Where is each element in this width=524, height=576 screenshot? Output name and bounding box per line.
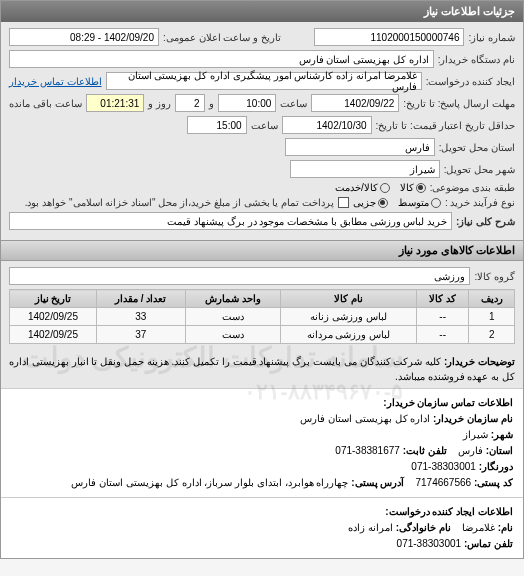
cell-code: -- bbox=[416, 308, 469, 326]
creator-phone-label: تلفن تماس: bbox=[464, 538, 513, 549]
postal-label: کد پستی: bbox=[474, 477, 513, 488]
fax-label: دورنگار: bbox=[479, 461, 513, 472]
cell-unit: دست bbox=[185, 326, 280, 344]
reply-date-field: 1402/09/22 bbox=[311, 94, 399, 112]
col-unit: واحد شمارش bbox=[185, 290, 280, 308]
col-qty: تعداد / مقدار bbox=[96, 290, 185, 308]
radio-dot-icon bbox=[378, 198, 388, 208]
col-code: کد کالا bbox=[416, 290, 469, 308]
announce-field: 1402/09/20 - 08:29 bbox=[9, 28, 159, 46]
radio-partial-label: جزیی bbox=[353, 197, 376, 208]
radio-medium-label: متوسط bbox=[398, 197, 429, 208]
cell-row: 2 bbox=[469, 326, 515, 344]
cell-date: 1402/09/25 bbox=[10, 326, 97, 344]
buyer-notes: توضیحات خریدار: کلیه شرکت کنندگان می بای… bbox=[1, 350, 523, 388]
treasury-note: پرداخت تمام یا بخشی از مبلغ خرید،از محل … bbox=[25, 197, 334, 208]
buyer-notes-label: توضیحات خریدار: bbox=[444, 356, 515, 367]
goods-group-label: گروه کالا: bbox=[474, 271, 515, 282]
price-time-field: 15:00 bbox=[187, 116, 247, 134]
days-field: 2 bbox=[175, 94, 205, 112]
summary-field: خرید لباس ورزشی مطابق با مشخصات موجود در… bbox=[9, 212, 452, 230]
summary-label: شرح کلی نیاز: bbox=[456, 216, 515, 227]
cell-name: لباس ورزشی مردانه bbox=[280, 326, 416, 344]
goods-table: ردیف کد کالا نام کالا واحد شمارش تعداد /… bbox=[9, 289, 515, 344]
phone-label: تلفن ثابت: bbox=[403, 445, 447, 456]
goods-group-field: ورزشی bbox=[9, 267, 470, 285]
col-row: ردیف bbox=[469, 290, 515, 308]
address-label: آدرس پستی: bbox=[351, 477, 404, 488]
cell-date: 1402/09/25 bbox=[10, 308, 97, 326]
province2-label: استان: bbox=[486, 445, 513, 456]
org-label: نام سازمان خریدار: bbox=[433, 413, 513, 424]
price-date-field: 1402/10/30 bbox=[282, 116, 372, 134]
radio-service-label: کالا/خدمت bbox=[335, 182, 378, 193]
col-date: تاریخ نیاز bbox=[10, 290, 97, 308]
category-label: طبقه بندی موضوعی: bbox=[430, 182, 515, 193]
radio-goods-label: کالا bbox=[400, 182, 414, 193]
panel-title: جزئیات اطلاعات نیاز bbox=[1, 1, 523, 22]
col-name: نام کالا bbox=[280, 290, 416, 308]
radio-goods[interactable]: کالا bbox=[400, 182, 426, 193]
buy-type-label: نوع فرآیند خرید : bbox=[445, 197, 515, 208]
radio-dot-icon bbox=[431, 198, 441, 208]
reply-time-field: 10:00 bbox=[218, 94, 277, 112]
buyer-contact-link[interactable]: اطلاعات تماس خریدار bbox=[9, 76, 102, 87]
creator-phone-value: 38303001-071 bbox=[397, 538, 462, 549]
reply-deadline-label: مهلت ارسال پاسخ: تا تاریخ: bbox=[403, 98, 515, 109]
cell-code: -- bbox=[416, 326, 469, 344]
radio-service[interactable]: کالا/خدمت bbox=[335, 182, 390, 193]
table-row: 1 -- لباس ورزشی زنانه دست 33 1402/09/25 bbox=[10, 308, 515, 326]
cell-unit: دست bbox=[185, 308, 280, 326]
fax-value: 38303001-071 bbox=[411, 461, 476, 472]
creator-label: ایجاد کننده درخواست: bbox=[426, 76, 515, 87]
treasury-checkbox[interactable] bbox=[338, 197, 349, 208]
cell-row: 1 bbox=[469, 308, 515, 326]
price-time-label: ساعت bbox=[251, 120, 278, 131]
city-label: شهر محل تحویل: bbox=[444, 164, 515, 175]
goods-section-title: اطلاعات کالاهای مورد نیاز bbox=[1, 240, 523, 261]
price-deadline-label: حداقل تاریخ اعتبار قیمت: تا تاریخ: bbox=[376, 120, 515, 131]
cell-qty: 33 bbox=[96, 308, 185, 326]
countdown-suffix-label: ساعت باقی مانده bbox=[9, 98, 82, 109]
phone-value: 38381677-071 bbox=[335, 445, 400, 456]
countdown-field: 01:21:31 bbox=[86, 94, 145, 112]
first-label: نام: bbox=[498, 522, 513, 533]
city-field: شیراز bbox=[290, 160, 440, 178]
province2-value: فارس bbox=[458, 445, 483, 456]
city2-value: شیراز bbox=[463, 429, 488, 440]
days-and-label: و bbox=[209, 98, 214, 109]
cell-qty: 37 bbox=[96, 326, 185, 344]
contact-buyer-title: اطلاعات تماس سازمان خریدار: bbox=[383, 397, 513, 408]
reply-time-label: ساعت bbox=[280, 98, 307, 109]
days-suffix-label: روز و bbox=[148, 98, 171, 109]
radio-dot-icon bbox=[416, 183, 426, 193]
announce-label: تاریخ و ساعت اعلان عمومی: bbox=[163, 32, 281, 43]
table-row: 2 -- لباس ورزشی مردانه دست 37 1402/09/25 bbox=[10, 326, 515, 344]
category-radio-group: کالا کالا/خدمت bbox=[335, 182, 426, 193]
contact-creator-title: اطلاعات ایجاد کننده درخواست: bbox=[385, 506, 513, 517]
radio-medium[interactable]: متوسط bbox=[398, 197, 441, 208]
postal-value: 7174667566 bbox=[415, 477, 471, 488]
last-label: نام خانوادگی: bbox=[396, 522, 451, 533]
city2-label: شهر: bbox=[491, 429, 513, 440]
province-field: فارس bbox=[285, 138, 435, 156]
buyer-notes-text: کلیه شرکت کنندگان می بایست برگ پیشنهاد ق… bbox=[9, 356, 515, 382]
cell-name: لباس ورزشی زنانه bbox=[280, 308, 416, 326]
last-value: امرانه زاده bbox=[348, 522, 393, 533]
buyer-org-label: نام دستگاه خریدار: bbox=[438, 54, 515, 65]
address-value: چهارراه هوابرد، ابتدای بلوار سرباز، ادار… bbox=[71, 477, 348, 488]
creator-field: غلامرضا امرانه زاده کارشناس امور پیشگیری… bbox=[106, 72, 422, 90]
number-label: شماره نیاز: bbox=[468, 32, 515, 43]
contact-creator-section: اطلاعات ایجاد کننده درخواست: نام: غلامرض… bbox=[1, 497, 523, 558]
table-header-row: ردیف کد کالا نام کالا واحد شمارش تعداد /… bbox=[10, 290, 515, 308]
first-value: غلامرضا bbox=[462, 522, 495, 533]
buyer-org-field: اداره کل بهزیستی استان فارس bbox=[9, 50, 434, 68]
org-value: اداره کل بهزیستی استان فارس bbox=[300, 413, 430, 424]
contact-buyer-section: اطلاعات تماس سازمان خریدار: نام سازمان خ… bbox=[1, 388, 523, 497]
radio-dot-icon bbox=[380, 183, 390, 193]
number-field: 1102000150000746 bbox=[314, 28, 464, 46]
buy-type-radio-group: متوسط جزیی bbox=[353, 197, 441, 208]
radio-partial[interactable]: جزیی bbox=[353, 197, 388, 208]
province-label: استان محل تحویل: bbox=[439, 142, 515, 153]
